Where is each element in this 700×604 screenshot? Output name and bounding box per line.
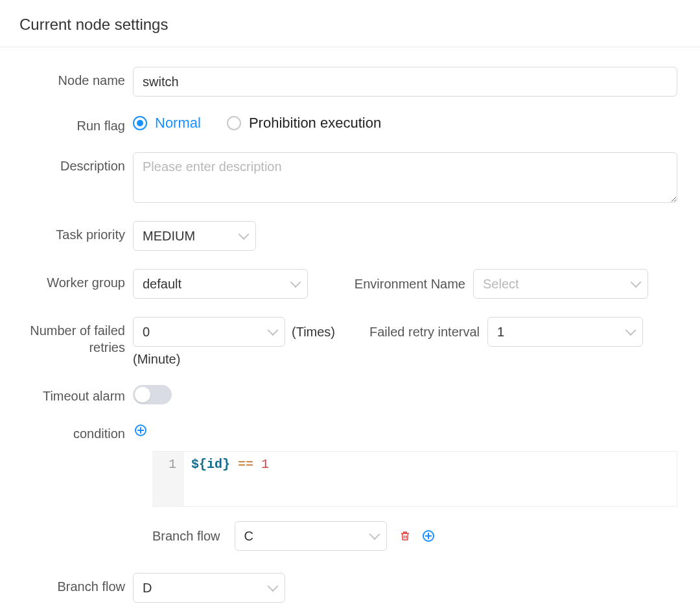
label-branch-flow: Branch flow bbox=[19, 573, 133, 595]
code-token-num: 1 bbox=[261, 457, 269, 472]
code-gutter: 1 bbox=[152, 452, 183, 506]
env-name-placeholder: Select bbox=[483, 277, 519, 292]
plus-circle-icon bbox=[135, 424, 146, 436]
add-branch-button[interactable] bbox=[421, 528, 436, 544]
radio-prohibition-label: Prohibition execution bbox=[249, 115, 381, 132]
row-description: Description bbox=[19, 152, 677, 203]
worker-group-select[interactable]: default bbox=[133, 269, 308, 299]
branch-flow-default-value: D bbox=[143, 581, 152, 596]
label-node-name: Node name bbox=[19, 67, 133, 89]
label-run-flag: Run flag bbox=[19, 115, 133, 134]
row-task-priority: Task priority MEDIUM bbox=[19, 221, 677, 251]
timeout-alarm-toggle[interactable] bbox=[133, 385, 172, 404]
row-worker-env: Worker group default Environment Name Se… bbox=[19, 269, 677, 299]
row-retries: Number of failed retries 0 (Times) Faile… bbox=[19, 317, 677, 367]
chevron-down-icon bbox=[631, 277, 642, 288]
panel-header: Current node settings bbox=[0, 0, 700, 47]
failed-retries-value: 0 bbox=[143, 325, 150, 340]
chevron-down-icon bbox=[290, 277, 301, 288]
env-name-select[interactable]: Select bbox=[473, 269, 648, 299]
radio-normal[interactable]: Normal bbox=[133, 115, 201, 132]
row-node-name: Node name bbox=[19, 67, 677, 97]
retry-interval-value: 1 bbox=[497, 325, 504, 340]
label-failed-retries: Number of failed retries bbox=[19, 317, 133, 356]
label-description: Description bbox=[19, 152, 133, 174]
radio-prohibition[interactable]: Prohibition execution bbox=[227, 115, 381, 132]
row-run-flag: Run flag Normal Prohibition execution bbox=[19, 115, 677, 134]
radio-dot-icon bbox=[227, 116, 241, 130]
delete-branch-button[interactable] bbox=[397, 528, 413, 544]
label-env-name: Environment Name bbox=[308, 277, 473, 292]
failed-retries-select[interactable]: 0 bbox=[133, 317, 285, 347]
gutter-line-number: 1 bbox=[169, 457, 176, 472]
label-task-priority: Task priority bbox=[19, 221, 133, 243]
code-token-op: == bbox=[238, 457, 253, 472]
radio-normal-label: Normal bbox=[155, 115, 201, 132]
toggle-knob-icon bbox=[135, 387, 150, 402]
plus-circle-icon bbox=[423, 530, 434, 542]
row-timeout-alarm: Timeout alarm bbox=[19, 385, 677, 404]
label-worker-group: Worker group bbox=[19, 269, 133, 291]
row-branch-default: Branch flow D bbox=[19, 573, 677, 603]
times-suffix: (Times) bbox=[285, 325, 342, 340]
trash-icon bbox=[399, 530, 411, 542]
chevron-down-icon bbox=[625, 325, 636, 336]
branch-flow-line-1: Branch flow C bbox=[152, 521, 677, 551]
branch-flow-1-value: C bbox=[244, 529, 253, 544]
description-textarea[interactable] bbox=[133, 152, 677, 203]
branch-flow-1-select[interactable]: C bbox=[235, 521, 387, 551]
chevron-down-icon bbox=[239, 229, 250, 240]
radio-dot-icon bbox=[133, 116, 147, 130]
code-body: ${id} == 1 bbox=[183, 452, 677, 506]
task-priority-select[interactable]: MEDIUM bbox=[133, 221, 256, 251]
task-priority-value: MEDIUM bbox=[143, 229, 195, 244]
chevron-down-icon bbox=[369, 529, 380, 540]
worker-group-value: default bbox=[143, 277, 181, 292]
label-retry-interval: Failed retry interval bbox=[342, 325, 487, 340]
code-token-var: ${id} bbox=[191, 457, 230, 472]
label-branch-flow-inline: Branch flow bbox=[152, 529, 220, 544]
chevron-down-icon bbox=[268, 581, 279, 592]
branch-flow-default-select[interactable]: D bbox=[133, 573, 285, 603]
add-condition-button[interactable] bbox=[133, 423, 148, 438]
label-condition: condition bbox=[19, 423, 133, 442]
settings-form: Node name Run flag Normal Prohibition ex… bbox=[0, 47, 700, 604]
page-title: Current node settings bbox=[19, 16, 681, 34]
chevron-down-icon bbox=[268, 325, 279, 336]
run-flag-radio-group: Normal Prohibition execution bbox=[133, 115, 381, 132]
node-name-input[interactable] bbox=[133, 67, 677, 97]
row-condition: condition bbox=[19, 423, 677, 442]
retry-interval-select[interactable]: 1 bbox=[487, 317, 643, 347]
condition-block: 1 ${id} == 1 Branch flow C bbox=[19, 451, 677, 551]
minute-suffix: (Minute) bbox=[133, 352, 187, 366]
label-timeout-alarm: Timeout alarm bbox=[19, 385, 133, 404]
condition-code-editor[interactable]: 1 ${id} == 1 bbox=[152, 451, 677, 507]
